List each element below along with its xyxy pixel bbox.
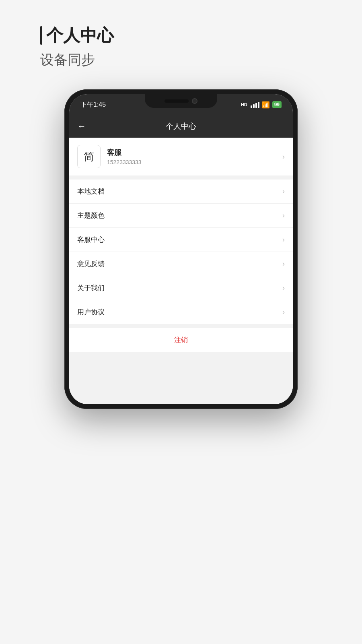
page-header: 个人中心 设备同步 (0, 0, 362, 81)
chevron-local-docs: › (282, 187, 285, 196)
app-header: ← 个人中心 (69, 115, 293, 138)
notch (145, 94, 217, 108)
content-area: 简 客服 15223333333 › 本地文档 › (69, 138, 293, 404)
profile-name: 客服 (107, 148, 282, 157)
phone-frame: 下午1:45 HD 📶 99 (64, 89, 298, 409)
menu-item-label-local-docs: 本地文档 (77, 187, 105, 196)
profile-row[interactable]: 简 客服 15223333333 › (69, 138, 293, 175)
chevron-theme: › (282, 211, 285, 220)
app-header-title: 个人中心 (166, 121, 196, 132)
title-bar-decoration (40, 26, 42, 45)
menu-item-about[interactable]: 关于我们 › (69, 276, 293, 300)
avatar: 简 (77, 145, 101, 168)
phone-wrapper: 下午1:45 HD 📶 99 (64, 89, 298, 409)
profile-info: 客服 15223333333 (107, 148, 282, 165)
menu-item-customer-service[interactable]: 客服中心 › (69, 228, 293, 252)
chevron-user-agreement: › (282, 308, 285, 316)
notch-camera (192, 98, 197, 104)
chevron-about: › (282, 284, 285, 292)
menu-item-user-agreement[interactable]: 用户协议 › (69, 300, 293, 324)
signal-icon (251, 102, 259, 108)
menu-section: 本地文档 › 主题颜色 › 客服中心 › 意见反馈 › (69, 180, 293, 324)
menu-item-label-feedback: 意见反馈 (77, 259, 105, 268)
profile-section: 简 客服 15223333333 › (69, 138, 293, 175)
hd-label: HD (241, 102, 247, 107)
logout-section: 注销 (69, 328, 293, 352)
battery-indicator: 99 (272, 101, 282, 108)
page-title: 个人中心 (40, 24, 362, 47)
logout-label: 注销 (174, 335, 188, 345)
menu-item-feedback[interactable]: 意见反馈 › (69, 252, 293, 276)
status-time: 下午1:45 (80, 101, 106, 109)
menu-item-label-customer-service: 客服中心 (77, 235, 105, 244)
menu-item-label-user-agreement: 用户协议 (77, 308, 105, 317)
phone-screen: 下午1:45 HD 📶 99 (69, 94, 293, 404)
back-button[interactable]: ← (77, 121, 86, 132)
profile-phone: 15223333333 (107, 159, 282, 165)
logout-button[interactable]: 注销 (69, 328, 293, 352)
menu-item-label-about: 关于我们 (77, 283, 105, 293)
profile-chevron: › (282, 153, 285, 161)
menu-item-label-theme: 主题颜色 (77, 211, 105, 220)
battery-level: 99 (274, 102, 280, 107)
menu-item-theme[interactable]: 主题颜色 › (69, 204, 293, 228)
status-bar: 下午1:45 HD 📶 99 (69, 94, 293, 115)
chevron-feedback: › (282, 260, 285, 268)
menu-item-local-docs[interactable]: 本地文档 › (69, 180, 293, 204)
status-icons: HD 📶 99 (241, 101, 282, 109)
bottom-filler (69, 356, 293, 404)
chevron-customer-service: › (282, 235, 285, 244)
wifi-icon: 📶 (262, 101, 270, 109)
notch-speaker (165, 99, 189, 103)
page-subtitle: 设备同步 (40, 51, 362, 69)
